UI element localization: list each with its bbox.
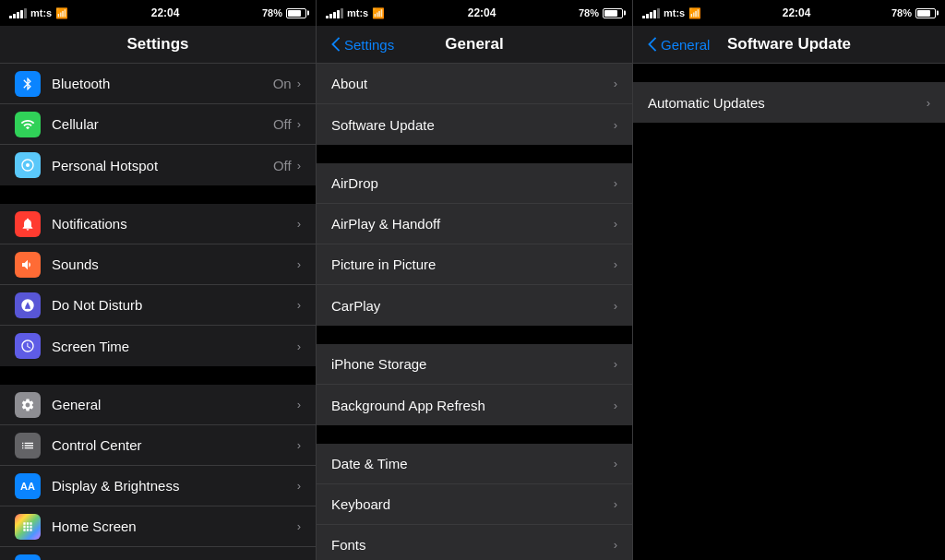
- general-gap-1: [317, 145, 632, 163]
- softwareupdate-item[interactable]: Software Update ›: [317, 104, 632, 145]
- bluetooth-chevron: ›: [297, 77, 301, 90]
- homescreen-label: Home Screen: [52, 518, 297, 534]
- settings-title: Settings: [126, 35, 188, 54]
- screentime-label: Screen Time: [52, 339, 297, 354]
- about-label: About: [331, 76, 614, 91]
- bluetooth-label: Bluetooth: [52, 76, 273, 91]
- general-scroll[interactable]: About › Software Update › AirDrop › AirP…: [317, 64, 632, 560]
- displaybrightness-label: Display & Brightness: [52, 478, 297, 494]
- datetime-chevron: ›: [614, 457, 617, 471]
- hotspot-label: Personal Hotspot: [52, 158, 273, 173]
- controlcenter-chevron: ›: [297, 438, 301, 452]
- datetime-item[interactable]: Date & Time ›: [317, 444, 632, 484]
- general-back-label: Settings: [344, 37, 394, 53]
- donotdisturb-icon: [15, 292, 41, 318]
- backgroundapprefresh-chevron: ›: [614, 399, 617, 412]
- displaybrightness-item[interactable]: AA Display & Brightness ›: [0, 466, 316, 506]
- general-nav-header: Settings General: [317, 26, 632, 64]
- settings-scroll[interactable]: Bluetooth On › Cellular Off ›: [0, 64, 316, 560]
- airdrop-label: AirDrop: [331, 175, 614, 191]
- battery-icon-left: [286, 8, 306, 18]
- status-bar-middle: mt:s 📶 22:04 78%: [317, 0, 632, 26]
- carrier-left: mt:s: [30, 7, 52, 18]
- airplayhandoff-label: AirPlay & Handoff: [331, 216, 614, 232]
- accessibility-item[interactable]: Accessibility ›: [0, 547, 316, 560]
- status-left: mt:s 📶: [9, 7, 68, 19]
- homescreen-item[interactable]: Home Screen ›: [0, 506, 316, 547]
- keyboard-item[interactable]: Keyboard ›: [317, 484, 632, 525]
- automaticupdates-label: Automatic Updates: [648, 95, 927, 111]
- homescreen-chevron: ›: [297, 519, 301, 533]
- controlcenter-item[interactable]: Control Center ›: [0, 425, 316, 466]
- about-chevron: ›: [614, 77, 617, 90]
- donotdisturb-chevron: ›: [297, 298, 301, 312]
- automaticupdates-item[interactable]: Automatic Updates ›: [633, 82, 945, 123]
- iphonestorage-chevron: ›: [614, 357, 617, 371]
- airdrop-item[interactable]: AirDrop ›: [317, 163, 632, 204]
- airplayhandoff-item[interactable]: AirPlay & Handoff ›: [317, 204, 632, 244]
- screentime-chevron: ›: [297, 340, 301, 353]
- sounds-item[interactable]: Sounds ›: [0, 244, 316, 285]
- iphonestorage-item[interactable]: iPhone Storage ›: [317, 344, 632, 385]
- donotdisturb-item[interactable]: Do Not Disturb ›: [0, 285, 316, 326]
- cellular-value: Off: [273, 116, 292, 132]
- softwareupdate-back-button[interactable]: General: [648, 37, 710, 53]
- cellular-icon: [15, 112, 41, 137]
- softwareupdate-chevron: ›: [614, 118, 617, 132]
- wifi-icon-left: 📶: [55, 7, 68, 19]
- status-right-left: 78%: [262, 7, 306, 18]
- backgroundapprefresh-label: Background App Refresh: [331, 398, 614, 413]
- time-middle: 22:04: [468, 6, 496, 19]
- connectivity-section: Bluetooth On › Cellular Off ›: [0, 64, 316, 185]
- softwareupdate-panel: mt:s 📶 22:04 78% General Software Update…: [633, 0, 945, 560]
- iphonestorage-label: iPhone Storage: [331, 356, 614, 372]
- homescreen-icon: [15, 514, 41, 540]
- general-gap-2: [317, 326, 632, 344]
- cellular-item[interactable]: Cellular Off ›: [0, 104, 316, 145]
- general-section: General › Control Center › AA Display & …: [0, 385, 316, 560]
- fonts-item[interactable]: Fonts ›: [317, 525, 632, 560]
- fonts-chevron: ›: [614, 538, 617, 552]
- pictureinpicture-item[interactable]: Picture in Picture ›: [317, 244, 632, 285]
- hotspot-item[interactable]: Personal Hotspot Off ›: [0, 145, 316, 185]
- softwareupdate-gap-top: [633, 64, 945, 82]
- screentime-item[interactable]: Screen Time ›: [0, 326, 316, 366]
- time-right: 22:04: [783, 6, 811, 19]
- general-section-3: iPhone Storage › Background App Refresh …: [317, 344, 632, 425]
- battery-percent-right: 78%: [891, 7, 912, 18]
- hotspot-chevron: ›: [297, 159, 301, 173]
- signal-icon-middle: [326, 8, 343, 18]
- bluetooth-item[interactable]: Bluetooth On ›: [0, 64, 316, 104]
- notifications-item[interactable]: Notifications ›: [0, 204, 316, 244]
- hotspot-icon: [15, 152, 41, 178]
- keyboard-label: Keyboard: [331, 496, 614, 512]
- settings-header: Settings: [0, 26, 316, 64]
- general-back-button[interactable]: Settings: [331, 37, 394, 53]
- carplay-item[interactable]: CarPlay ›: [317, 285, 632, 326]
- general-gap-3: [317, 425, 632, 444]
- notifications-chevron: ›: [297, 217, 301, 231]
- accessibility-icon: [15, 554, 41, 560]
- general-title: General: [445, 35, 503, 54]
- general-panel: mt:s 📶 22:04 78% Settings General About …: [317, 0, 633, 560]
- donotdisturb-label: Do Not Disturb: [52, 297, 297, 313]
- svg-point-0: [26, 163, 30, 167]
- softwareupdate-label: Software Update: [331, 117, 614, 133]
- softwareupdate-scroll[interactable]: Automatic Updates ›: [633, 64, 945, 560]
- general-label: General: [52, 397, 297, 412]
- carplay-chevron: ›: [614, 299, 617, 313]
- about-item[interactable]: About ›: [317, 64, 632, 104]
- controlcenter-label: Control Center: [52, 437, 297, 453]
- softwareupdate-section-1: Automatic Updates ›: [633, 82, 945, 123]
- general-section-1: About › Software Update ›: [317, 64, 632, 145]
- bluetooth-icon: [15, 71, 41, 97]
- sounds-icon: [15, 252, 41, 278]
- sounds-label: Sounds: [52, 256, 297, 272]
- battery-icon-middle: [603, 8, 623, 18]
- carrier-right: mt:s: [664, 7, 685, 18]
- backgroundapprefresh-item[interactable]: Background App Refresh ›: [317, 385, 632, 425]
- notifications-icon: [15, 211, 41, 237]
- carrier-middle: mt:s: [347, 7, 368, 18]
- general-item[interactable]: General ›: [0, 385, 316, 425]
- battery-percent-left: 78%: [262, 7, 282, 18]
